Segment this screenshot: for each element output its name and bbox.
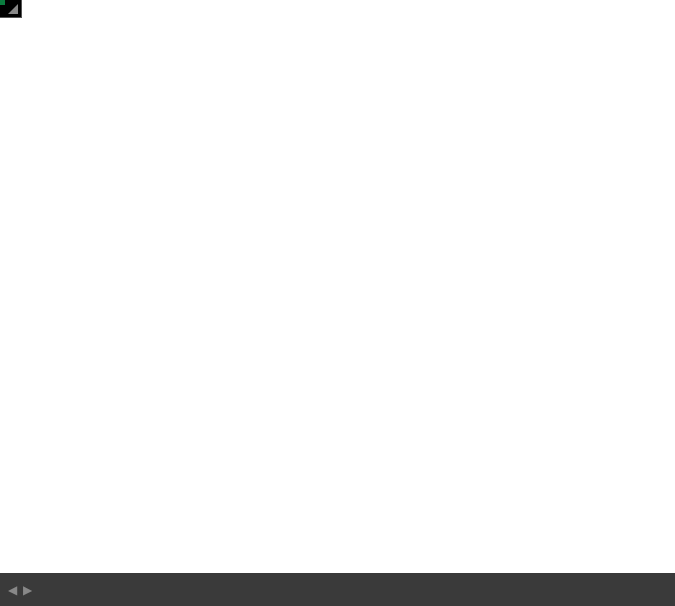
tabs-list xyxy=(40,573,675,606)
select-all-corner[interactable] xyxy=(0,0,22,18)
sheet-tabs-bar: ◀ ▶ xyxy=(0,573,675,606)
tab-next-icon[interactable]: ▶ xyxy=(23,583,32,597)
spreadsheet xyxy=(0,0,675,573)
tab-prev-icon[interactable]: ◀ xyxy=(8,583,17,597)
tab-nav: ◀ ▶ xyxy=(0,573,40,606)
